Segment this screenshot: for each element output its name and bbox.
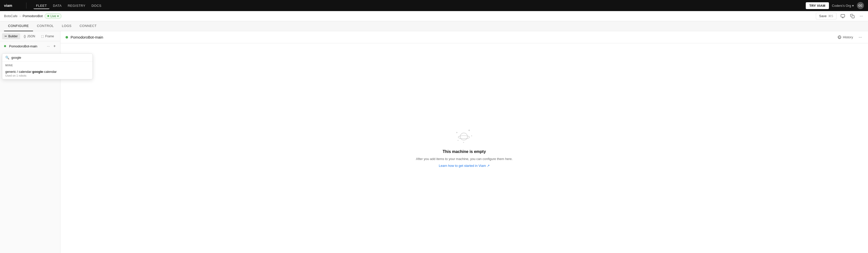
svg-rect-4 bbox=[851, 15, 854, 18]
breadcrumb-bar: BotsCafe › PomodoroBot Live ▾ Save ⌘S ··… bbox=[0, 11, 868, 21]
save-button[interactable]: Save ⌘S bbox=[816, 12, 837, 20]
content-more-button[interactable]: ··· bbox=[858, 34, 863, 40]
svg-text:✦: ✦ bbox=[456, 131, 458, 134]
sidebar-item-actions: ··· + bbox=[46, 43, 57, 49]
sidebar-machine-item[interactable]: PomodoroBot-main ··· + bbox=[0, 41, 60, 51]
search-icon: 🔍 bbox=[5, 56, 9, 60]
more-options-button[interactable]: ··· bbox=[859, 13, 864, 20]
svg-point-12 bbox=[460, 133, 467, 140]
content-header-title: PomodoroBot-main bbox=[70, 35, 833, 39]
svg-point-11 bbox=[458, 135, 469, 139]
sidebar-machine-label: PomodoroBot-main bbox=[9, 44, 44, 48]
empty-state-icon: ✦ ✦ ✦ ✦ ✦ bbox=[454, 129, 474, 147]
nav-links: FLEET DATA REGISTRY DOCS bbox=[33, 2, 104, 9]
live-label: Live bbox=[51, 14, 56, 18]
empty-state-title: This machine is empty bbox=[442, 150, 486, 154]
monitor-icon-button[interactable] bbox=[839, 13, 846, 20]
tab-connect[interactable]: CONNECT bbox=[75, 21, 101, 31]
dropdown-result-highlight: google bbox=[32, 70, 43, 73]
empty-state: ✦ ✦ ✦ ✦ ✦ This machine is empty After yo… bbox=[61, 43, 868, 253]
nav-fleet[interactable]: FLEET bbox=[33, 2, 50, 9]
content-header-status-icon bbox=[65, 36, 68, 38]
scissors-icon: ✂ bbox=[4, 34, 7, 38]
save-label: Save bbox=[819, 14, 827, 18]
nav-docs[interactable]: DOCS bbox=[89, 2, 104, 9]
tab-configure[interactable]: CONFIGURE bbox=[4, 21, 33, 31]
svg-text:✦: ✦ bbox=[463, 141, 465, 144]
svg-rect-1 bbox=[841, 14, 844, 17]
breadcrumb-right: Save ⌘S ··· bbox=[816, 12, 864, 20]
content-header: PomodoroBot-main History ··· bbox=[61, 31, 868, 43]
chevron-down-icon: ▾ bbox=[852, 4, 854, 7]
external-link-icon: ↗ bbox=[487, 164, 490, 167]
live-dot bbox=[48, 15, 49, 17]
dropdown-section-mine: MINE bbox=[2, 62, 93, 68]
frame-icon: ⬚ bbox=[41, 34, 44, 38]
empty-state-link-text: Learn how to get started in Viam bbox=[439, 164, 486, 167]
org-selector[interactable]: Coders's Org ▾ bbox=[832, 4, 854, 7]
avatar[interactable]: CC bbox=[857, 2, 864, 9]
breadcrumb-current: PomodoroBot bbox=[23, 14, 43, 18]
sub-tab-builder-label: Builder bbox=[8, 34, 18, 38]
dropdown-result-prefix: generic / calendar: bbox=[5, 70, 32, 73]
viam-logo: viam bbox=[4, 3, 17, 8]
sub-tab-json-label: JSON bbox=[27, 34, 35, 38]
history-label: History bbox=[843, 35, 853, 39]
save-shortcut: ⌘S bbox=[828, 14, 833, 18]
code-icon: {} bbox=[24, 34, 26, 38]
content-area: PomodoroBot-main History ··· ✦ ✦ ✦ ✦ ✦ bbox=[61, 31, 868, 253]
search-input-wrap: 🔍 bbox=[2, 54, 93, 62]
svg-text:viam: viam bbox=[4, 3, 12, 7]
breadcrumb-parent[interactable]: BotsCafe bbox=[4, 14, 18, 18]
tab-logs[interactable]: LOGS bbox=[58, 21, 75, 31]
try-viam-button[interactable]: TRY VIAM bbox=[806, 2, 829, 9]
history-button[interactable]: History bbox=[836, 34, 855, 40]
sub-tab-json[interactable]: {} JSON bbox=[21, 33, 37, 39]
sidebar-add-button[interactable]: + bbox=[52, 43, 57, 49]
svg-text:✦: ✦ bbox=[468, 129, 470, 132]
tab-control[interactable]: CONTROL bbox=[33, 21, 58, 31]
top-nav: viam FLEET DATA REGISTRY DOCS TRY VIAM C… bbox=[0, 0, 868, 11]
dropdown-result-0[interactable]: generic / calendar:google-calendar Used … bbox=[2, 68, 93, 79]
chevron-down-icon-live: ▾ bbox=[57, 14, 59, 18]
search-dropdown: 🔍 MINE generic / calendar:google-calenda… bbox=[2, 54, 93, 80]
machine-status-icon bbox=[3, 44, 7, 48]
sub-tab-frame-label: Frame bbox=[45, 34, 54, 38]
empty-state-link[interactable]: Learn how to get started in Viam ↗ bbox=[439, 164, 490, 167]
live-badge[interactable]: Live ▾ bbox=[44, 13, 62, 19]
sidebar: ✂ Builder {} JSON ⬚ Frame PomodoroBot-ma… bbox=[0, 31, 61, 253]
svg-text:✦: ✦ bbox=[457, 139, 459, 141]
nav-data[interactable]: DATA bbox=[51, 2, 64, 9]
sub-tab-builder[interactable]: ✂ Builder bbox=[2, 33, 20, 39]
dropdown-result-suffix: -calendar bbox=[43, 70, 57, 73]
dropdown-result-sub-0: Used on 1 robots bbox=[5, 74, 90, 77]
tab-bar: CONFIGURE CONTROL LOGS CONNECT bbox=[0, 21, 868, 31]
svg-text:✦: ✦ bbox=[471, 135, 472, 137]
copy-icon-button[interactable] bbox=[849, 13, 856, 20]
nav-right: TRY VIAM Coders's Org ▾ CC bbox=[806, 2, 864, 9]
main-layout: ✂ Builder {} JSON ⬚ Frame PomodoroBot-ma… bbox=[0, 31, 868, 253]
search-input[interactable] bbox=[11, 56, 90, 60]
sidebar-sub-tabs: ✂ Builder {} JSON ⬚ Frame bbox=[0, 31, 60, 41]
sidebar-dots-button[interactable]: ··· bbox=[46, 43, 51, 49]
sub-tab-frame[interactable]: ⬚ Frame bbox=[38, 33, 57, 39]
breadcrumb-separator: › bbox=[20, 14, 21, 18]
org-name: Coders's Org bbox=[832, 4, 851, 7]
nav-registry[interactable]: REGISTRY bbox=[65, 2, 88, 9]
dropdown-result-title-0: generic / calendar:google-calendar bbox=[5, 70, 90, 73]
empty-state-subtitle: After you add items to your machine, you… bbox=[416, 157, 513, 161]
nav-divider bbox=[26, 2, 27, 8]
